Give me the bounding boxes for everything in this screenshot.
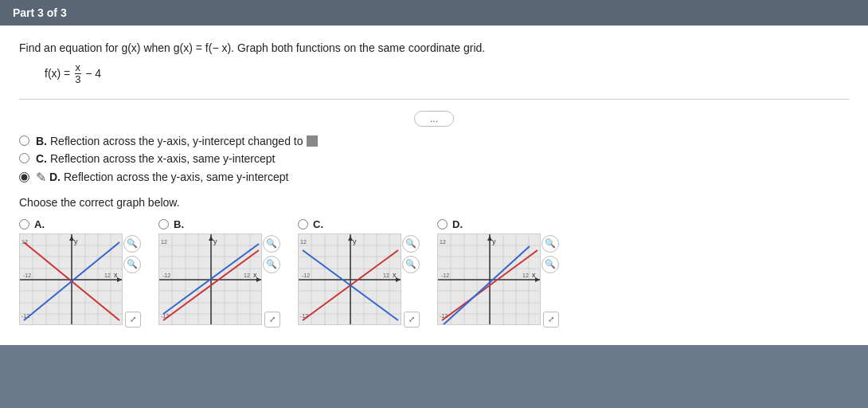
question-text: Find an equation for g(x) when g(x) = f(… — [19, 41, 849, 54]
svg-text:12: 12 — [440, 239, 446, 245]
part-label: Part 3 of 3 — [13, 6, 67, 19]
choose-label: Choose the correct graph below. — [19, 196, 849, 209]
graph-b-expand[interactable]: ⤢ — [264, 312, 280, 328]
graph-b-container: y x 12 -12 12 -12 🔍 🔍 ⤢ — [158, 233, 282, 329]
graph-a-radio[interactable] — [19, 219, 29, 230]
graph-b-radio-row: B. — [158, 218, 184, 230]
svg-text:-12: -12 — [23, 273, 31, 278]
option-d-radio[interactable] — [19, 172, 29, 182]
graph-d-choice: D. — [437, 218, 561, 329]
option-d-text: Reflection across the y-axis, same y-int… — [64, 171, 288, 183]
graph-c-radio-row: C. — [298, 218, 323, 230]
graph-a-container: y x 12 -12 12 -12 🔍 🔍 ⤢ — [19, 233, 143, 329]
svg-text:y: y — [74, 237, 78, 245]
graph-c-svg: y x 12 -12 12 -12 — [298, 233, 401, 325]
graph-c-container: y x 12 -12 12 -12 🔍 🔍 ⤢ — [298, 233, 421, 329]
graph-c-zoom1[interactable]: 🔍 — [402, 235, 420, 253]
graph-a-zoom2[interactable]: 🔍 — [123, 256, 141, 273]
option-c-radio[interactable] — [19, 153, 29, 163]
fraction-numerator: x — [75, 62, 82, 74]
option-b-letter: B. — [36, 135, 47, 147]
graph-d-expand[interactable]: ⤢ — [543, 312, 559, 328]
graph-a-choice: A. — [19, 218, 143, 329]
highlight-box — [307, 135, 318, 147]
option-b-text: Reflection across the y-axis, y-intercep… — [50, 135, 303, 147]
svg-text:12: 12 — [300, 239, 307, 245]
graph-b-svg: y x 12 -12 12 -12 — [158, 233, 262, 325]
header-bar: Part 3 of 3 — [0, 0, 868, 26]
graph-c-expand[interactable]: ⤢ — [404, 312, 420, 328]
option-d-row: ✎ D. Reflection across the y-axis, same … — [19, 170, 849, 185]
graph-b-zoom1[interactable]: 🔍 — [263, 235, 280, 253]
graph-c-choice: C. — [298, 218, 421, 329]
svg-text:x: x — [393, 271, 397, 279]
graph-d-radio[interactable] — [437, 219, 448, 230]
graph-d-svg: y x 12 -12 12 -12 — [437, 233, 541, 325]
svg-text:-12: -12 — [302, 273, 310, 278]
graph-d-zoom1[interactable]: 🔍 — [542, 235, 559, 253]
fraction: x 3 — [74, 62, 81, 86]
option-b-radio[interactable] — [19, 135, 29, 146]
graph-b-radio[interactable] — [158, 219, 169, 230]
graph-d-label: D. — [452, 218, 463, 230]
graph-b-label: B. — [174, 218, 184, 230]
graph-d-container: y x 12 -12 12 -12 🔍 🔍 ⤢ — [437, 233, 561, 329]
function-display: f(x) = x 3 − 4 — [45, 62, 849, 86]
graph-d-zoom2[interactable]: 🔍 — [542, 256, 559, 273]
svg-text:y: y — [353, 237, 357, 245]
svg-text:y: y — [492, 237, 496, 245]
svg-text:12: 12 — [244, 273, 250, 278]
graph-b-zoom2[interactable]: 🔍 — [263, 256, 280, 273]
divider — [19, 99, 849, 100]
svg-text:y: y — [213, 237, 217, 245]
graph-b-choice: B. — [158, 218, 282, 329]
svg-text:12: 12 — [522, 273, 529, 278]
graph-c-zoom2[interactable]: 🔍 — [402, 256, 420, 273]
options-section: B. Reflection across the y-axis, y-inter… — [19, 135, 849, 185]
option-c-row: C. Reflection across the x-axis, same y-… — [19, 152, 849, 165]
graph-a-radio-row: A. — [19, 218, 45, 230]
graph-a-expand[interactable]: ⤢ — [125, 312, 141, 328]
graph-d-radio-row: D. — [437, 218, 463, 230]
option-d-letter: D. — [49, 171, 61, 183]
option-b-row: B. Reflection across the y-axis, y-inter… — [19, 135, 849, 147]
svg-text:-12: -12 — [162, 273, 170, 278]
graph-c-label: C. — [313, 218, 323, 230]
graph-a-zoom1[interactable]: 🔍 — [123, 235, 141, 253]
svg-text:x: x — [532, 271, 536, 279]
dots-button[interactable]: ... — [414, 111, 454, 127]
fraction-denominator: 3 — [74, 74, 81, 85]
function-label: f(x) = — [45, 67, 70, 80]
svg-text:12: 12 — [161, 239, 167, 245]
svg-text:x: x — [253, 271, 257, 279]
graphs-row: A. — [19, 218, 849, 329]
option-c-text: Reflection across the x-axis, same y-int… — [50, 152, 275, 165]
svg-text:-12: -12 — [441, 273, 449, 278]
graph-a-svg: y x 12 -12 12 -12 — [19, 233, 123, 325]
option-c-letter: C. — [36, 152, 47, 165]
function-rest: − 4 — [85, 67, 101, 80]
main-content: Find an equation for g(x) when g(x) = f(… — [0, 26, 868, 345]
svg-text:12: 12 — [104, 273, 111, 278]
graph-c-radio[interactable] — [298, 219, 308, 230]
svg-text:12: 12 — [383, 273, 389, 278]
svg-text:x: x — [114, 271, 118, 279]
graph-a-label: A. — [34, 218, 45, 230]
